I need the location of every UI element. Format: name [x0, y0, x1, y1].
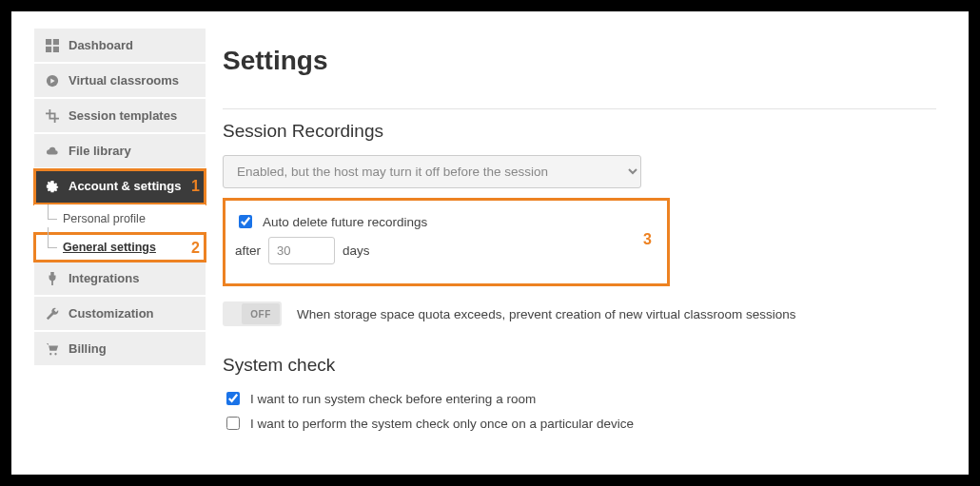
system-check-opt1-label: I want to run system check before enteri… — [250, 392, 536, 406]
sidebar-item-label: Integrations — [69, 271, 139, 285]
sidebar-item-label: Billing — [69, 341, 107, 356]
gear-icon — [46, 180, 59, 193]
toggle-state-label: OFF — [242, 303, 280, 324]
system-check-before-room-checkbox[interactable] — [226, 392, 240, 405]
sidebar-item-account-settings[interactable]: Account & settings — [34, 169, 206, 204]
sidebar: Dashboard Virtual classrooms Session tem… — [34, 29, 206, 457]
plug-icon — [46, 272, 59, 285]
svg-rect-2 — [46, 46, 51, 51]
sidebar-item-dashboard[interactable]: Dashboard — [34, 29, 206, 64]
annotation-3: 3 — [643, 231, 652, 248]
days-label: days — [343, 243, 370, 258]
section-system-check-title: System check — [223, 355, 936, 376]
annotation-2: 2 — [191, 240, 200, 257]
cloud-icon — [46, 145, 59, 158]
sidebar-item-session-templates[interactable]: Session templates — [34, 99, 206, 134]
crop-icon — [46, 109, 59, 123]
sidebar-item-customization[interactable]: Customization — [34, 297, 206, 332]
sidebar-item-label: Customization — [69, 306, 154, 321]
svg-point-6 — [49, 353, 51, 355]
play-circle-icon — [46, 74, 59, 87]
days-input[interactable] — [268, 237, 335, 264]
sidebar-item-virtual-classrooms[interactable]: Virtual classrooms — [34, 64, 206, 99]
tree-line-icon — [48, 227, 57, 248]
sidebar-sub-general-settings[interactable]: General settings — [34, 233, 206, 262]
svg-rect-0 — [46, 39, 51, 45]
sidebar-item-label: Virtual classrooms — [69, 73, 179, 87]
sidebar-item-billing[interactable]: Billing — [34, 332, 206, 367]
after-label: after — [235, 243, 261, 258]
sidebar-item-label: Session templates — [69, 108, 177, 123]
grid-icon — [46, 39, 59, 52]
sidebar-sub-personal-profile[interactable]: Personal profile — [34, 204, 206, 233]
svg-rect-3 — [53, 46, 59, 51]
system-check-once-checkbox[interactable] — [226, 417, 240, 430]
cart-icon — [46, 342, 59, 356]
sidebar-item-integrations[interactable]: Integrations — [34, 262, 206, 297]
divider — [223, 108, 936, 109]
app-frame: Dashboard Virtual classrooms Session tem… — [0, 0, 980, 486]
storage-quota-desc: When storage space quota exceeds, preven… — [297, 307, 796, 321]
system-check-opt2-label: I want to perform the system check only … — [250, 417, 634, 431]
auto-delete-checkbox[interactable] — [239, 215, 252, 228]
page-title: Settings — [223, 46, 936, 76]
auto-delete-panel: Auto delete future recordings after days… — [223, 198, 670, 286]
section-session-recordings-title: Session Recordings — [223, 121, 936, 142]
main-content: Settings Session Recordings Enabled, but… — [223, 29, 946, 457]
storage-quota-toggle[interactable]: OFF — [223, 301, 282, 326]
annotation-1: 1 — [191, 178, 200, 195]
sidebar-item-label: File library — [69, 144, 131, 158]
sidebar-item-label: Dashboard — [69, 38, 133, 52]
svg-rect-1 — [53, 39, 59, 45]
recording-mode-select[interactable]: Enabled, but the host may turn it off be… — [223, 155, 641, 188]
sidebar-item-file-library[interactable]: File library — [34, 134, 206, 169]
sidebar-sub-label: Personal profile — [61, 212, 146, 225]
svg-point-7 — [54, 353, 56, 355]
wrench-icon — [46, 307, 59, 321]
sidebar-item-label: Account & settings — [69, 179, 181, 193]
tree-line-icon — [48, 204, 57, 220]
auto-delete-label: Auto delete future recordings — [263, 215, 427, 229]
sidebar-sub-label: General settings — [61, 241, 156, 254]
